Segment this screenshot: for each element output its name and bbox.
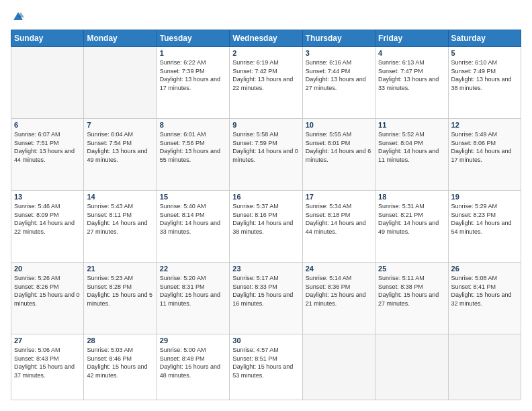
calendar-cell — [448, 334, 521, 400]
day-number: 14 — [87, 193, 153, 201]
day-number: 4 — [378, 49, 445, 57]
calendar-header-tuesday: Tuesday — [157, 30, 229, 47]
day-info: Sunrise: 5:37 AMSunset: 8:16 PMDaylight:… — [232, 202, 299, 236]
day-number: 16 — [232, 193, 299, 201]
calendar-header-thursday: Thursday — [302, 30, 375, 47]
calendar-cell: 11Sunrise: 5:52 AMSunset: 8:04 PMDayligh… — [375, 119, 448, 191]
day-info: Sunrise: 5:34 AMSunset: 8:18 PMDaylight:… — [306, 202, 372, 236]
day-info: Sunrise: 5:40 AMSunset: 8:14 PMDaylight:… — [160, 202, 226, 236]
calendar: SundayMondayTuesdayWednesdayThursdayFrid… — [11, 30, 521, 400]
calendar-cell: 28Sunrise: 5:03 AMSunset: 8:46 PMDayligh… — [84, 334, 157, 400]
calendar-cell: 23Sunrise: 5:17 AMSunset: 8:33 PMDayligh… — [230, 263, 302, 334]
day-number: 20 — [14, 265, 81, 273]
calendar-cell: 4Sunrise: 6:13 AMSunset: 7:47 PMDaylight… — [375, 47, 448, 119]
day-info: Sunrise: 5:00 AMSunset: 8:48 PMDaylight:… — [160, 346, 226, 379]
logo — [11, 11, 24, 23]
calendar-header-sunday: Sunday — [11, 30, 84, 47]
page: SundayMondayTuesdayWednesdayThursdayFrid… — [0, 0, 532, 411]
calendar-cell: 1Sunrise: 6:22 AMSunset: 7:39 PMDaylight… — [157, 47, 229, 119]
calendar-cell: 7Sunrise: 6:04 AMSunset: 7:54 PMDaylight… — [84, 119, 157, 191]
day-info: Sunrise: 5:46 AMSunset: 8:09 PMDaylight:… — [14, 202, 81, 236]
logo-icon — [12, 11, 24, 23]
calendar-cell: 8Sunrise: 6:01 AMSunset: 7:56 PMDaylight… — [157, 119, 229, 191]
calendar-cell: 21Sunrise: 5:23 AMSunset: 8:28 PMDayligh… — [84, 263, 157, 334]
day-info: Sunrise: 5:20 AMSunset: 8:31 PMDaylight:… — [160, 274, 226, 308]
day-number: 5 — [451, 49, 518, 57]
calendar-cell: 9Sunrise: 5:58 AMSunset: 7:59 PMDaylight… — [230, 119, 302, 191]
day-info: Sunrise: 5:11 AMSunset: 8:38 PMDaylight:… — [378, 274, 445, 308]
calendar-cell: 30Sunrise: 4:57 AMSunset: 8:51 PMDayligh… — [230, 334, 302, 400]
calendar-cell: 20Sunrise: 5:26 AMSunset: 8:26 PMDayligh… — [11, 263, 84, 334]
day-number: 21 — [87, 265, 153, 273]
day-number: 8 — [160, 121, 226, 129]
calendar-cell — [11, 47, 84, 119]
day-number: 29 — [160, 336, 226, 345]
calendar-cell: 12Sunrise: 5:49 AMSunset: 8:06 PMDayligh… — [448, 119, 521, 191]
day-info: Sunrise: 5:23 AMSunset: 8:28 PMDaylight:… — [87, 274, 153, 308]
day-info: Sunrise: 5:14 AMSunset: 8:36 PMDaylight:… — [306, 274, 372, 308]
day-info: Sunrise: 6:04 AMSunset: 7:54 PMDaylight:… — [87, 130, 153, 164]
day-info: Sunrise: 6:10 AMSunset: 7:49 PMDaylight:… — [451, 58, 518, 92]
calendar-cell: 14Sunrise: 5:43 AMSunset: 8:11 PMDayligh… — [84, 191, 157, 263]
day-info: Sunrise: 5:31 AMSunset: 8:21 PMDaylight:… — [378, 202, 445, 236]
day-number: 22 — [160, 265, 226, 273]
day-number: 3 — [306, 49, 372, 57]
day-info: Sunrise: 4:57 AMSunset: 8:51 PMDaylight:… — [232, 346, 299, 379]
calendar-cell — [302, 334, 375, 400]
day-info: Sunrise: 5:03 AMSunset: 8:46 PMDaylight:… — [87, 346, 153, 379]
calendar-cell — [375, 334, 448, 400]
calendar-cell: 6Sunrise: 6:07 AMSunset: 7:51 PMDaylight… — [11, 119, 84, 191]
day-number: 15 — [160, 193, 226, 201]
calendar-cell: 25Sunrise: 5:11 AMSunset: 8:38 PMDayligh… — [375, 263, 448, 334]
day-number: 7 — [87, 121, 153, 129]
day-number: 2 — [232, 49, 299, 57]
day-number: 26 — [451, 265, 518, 273]
calendar-cell: 16Sunrise: 5:37 AMSunset: 8:16 PMDayligh… — [230, 191, 302, 263]
day-number: 19 — [451, 193, 518, 201]
day-number: 10 — [306, 121, 372, 129]
day-info: Sunrise: 6:19 AMSunset: 7:42 PMDaylight:… — [232, 58, 299, 92]
calendar-cell: 5Sunrise: 6:10 AMSunset: 7:49 PMDaylight… — [448, 47, 521, 119]
calendar-cell: 24Sunrise: 5:14 AMSunset: 8:36 PMDayligh… — [302, 263, 375, 334]
calendar-cell — [84, 47, 157, 119]
day-info: Sunrise: 5:43 AMSunset: 8:11 PMDaylight:… — [87, 202, 153, 236]
day-info: Sunrise: 6:16 AMSunset: 7:44 PMDaylight:… — [306, 58, 372, 92]
calendar-header-monday: Monday — [84, 30, 157, 47]
calendar-cell: 19Sunrise: 5:29 AMSunset: 8:23 PMDayligh… — [448, 191, 521, 263]
day-info: Sunrise: 5:52 AMSunset: 8:04 PMDaylight:… — [378, 130, 445, 164]
calendar-cell: 22Sunrise: 5:20 AMSunset: 8:31 PMDayligh… — [157, 263, 229, 334]
day-number: 23 — [232, 265, 299, 273]
day-info: Sunrise: 6:22 AMSunset: 7:39 PMDaylight:… — [160, 58, 226, 92]
day-number: 9 — [232, 121, 299, 129]
day-info: Sunrise: 5:17 AMSunset: 8:33 PMDaylight:… — [232, 274, 299, 308]
day-info: Sunrise: 5:49 AMSunset: 8:06 PMDaylight:… — [451, 130, 518, 164]
day-number: 27 — [14, 336, 81, 345]
calendar-header-saturday: Saturday — [448, 30, 521, 47]
day-info: Sunrise: 5:08 AMSunset: 8:41 PMDaylight:… — [451, 274, 518, 308]
calendar-cell: 15Sunrise: 5:40 AMSunset: 8:14 PMDayligh… — [157, 191, 229, 263]
calendar-cell: 3Sunrise: 6:16 AMSunset: 7:44 PMDaylight… — [302, 47, 375, 119]
day-info: Sunrise: 5:06 AMSunset: 8:43 PMDaylight:… — [14, 346, 81, 379]
calendar-cell: 10Sunrise: 5:55 AMSunset: 8:01 PMDayligh… — [302, 119, 375, 191]
day-number: 1 — [160, 49, 226, 57]
day-number: 11 — [378, 121, 445, 129]
header — [11, 11, 521, 23]
calendar-cell: 27Sunrise: 5:06 AMSunset: 8:43 PMDayligh… — [11, 334, 84, 400]
day-info: Sunrise: 5:29 AMSunset: 8:23 PMDaylight:… — [451, 202, 518, 236]
calendar-header-row: SundayMondayTuesdayWednesdayThursdayFrid… — [11, 30, 521, 47]
day-number: 17 — [306, 193, 372, 201]
day-number: 12 — [451, 121, 518, 129]
day-number: 25 — [378, 265, 445, 273]
day-info: Sunrise: 5:58 AMSunset: 7:59 PMDaylight:… — [232, 130, 299, 164]
day-number: 28 — [87, 336, 153, 345]
calendar-cell: 17Sunrise: 5:34 AMSunset: 8:18 PMDayligh… — [302, 191, 375, 263]
day-info: Sunrise: 5:55 AMSunset: 8:01 PMDaylight:… — [306, 130, 372, 164]
day-number: 6 — [14, 121, 81, 129]
day-number: 13 — [14, 193, 81, 201]
day-number: 24 — [306, 265, 372, 273]
calendar-cell: 2Sunrise: 6:19 AMSunset: 7:42 PMDaylight… — [230, 47, 302, 119]
day-number: 18 — [378, 193, 445, 201]
calendar-cell: 29Sunrise: 5:00 AMSunset: 8:48 PMDayligh… — [157, 334, 229, 400]
day-info: Sunrise: 6:07 AMSunset: 7:51 PMDaylight:… — [14, 130, 81, 164]
calendar-cell: 26Sunrise: 5:08 AMSunset: 8:41 PMDayligh… — [448, 263, 521, 334]
